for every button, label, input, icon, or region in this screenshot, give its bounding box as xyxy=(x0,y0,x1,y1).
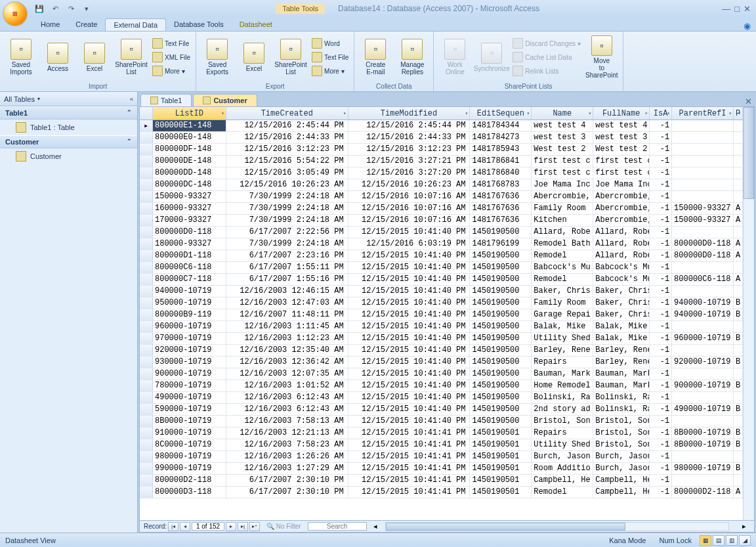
row-selector[interactable] xyxy=(140,333,153,344)
row-selector[interactable] xyxy=(140,286,153,297)
cell[interactable] xyxy=(672,262,734,273)
cell[interactable]: Bolinski, Ra xyxy=(593,392,650,403)
cell[interactable]: 1481768783 xyxy=(470,179,532,190)
cell[interactable]: -1 xyxy=(650,215,672,226)
cell[interactable]: Baker, Chris xyxy=(593,297,650,309)
cell[interactable]: 800000DD-148 xyxy=(153,167,226,179)
cell[interactable]: 12/15/2016 6:03:19 PM xyxy=(348,238,471,250)
cell[interactable]: 6/17/2007 2:30:10 PM xyxy=(226,487,348,498)
cell[interactable]: 180000-93327 xyxy=(153,238,226,250)
cell[interactable]: -1 xyxy=(650,439,672,450)
ribbon-button-move-to-sharepoint[interactable]: ▫Moveto SharePoint xyxy=(585,35,619,79)
table-row[interactable]: 900000-1071912/16/2003 12:07:35 AM12/15/… xyxy=(140,368,743,380)
table-row[interactable]: 910000-1071912/16/2003 12:21:13 AM12/15/… xyxy=(140,427,743,439)
row-selector[interactable] xyxy=(140,345,153,356)
cell[interactable]: 910000-10719 xyxy=(153,427,226,439)
table-row[interactable]: 800000E0-14812/15/2016 2:44:33 PM12/15/2… xyxy=(140,132,743,144)
cell[interactable]: 12/15/2015 10:41:40 PM xyxy=(348,262,471,273)
row-selector[interactable] xyxy=(140,309,153,320)
cell[interactable]: 12/15/2016 2:45:44 PM xyxy=(226,120,348,131)
cell[interactable]: Barley, Rene xyxy=(593,345,650,356)
nav-item-table1-table[interactable]: Table1 : Table xyxy=(0,120,137,135)
cell[interactable]: Remodel xyxy=(532,250,593,261)
cell[interactable]: B xyxy=(734,463,743,474)
cell[interactable]: 800000B9-119 xyxy=(153,309,226,320)
cell[interactable]: Bolinski, Ra xyxy=(593,404,650,415)
ribbon-button-saved-exports[interactable]: ▫SavedExports xyxy=(200,35,234,79)
cell[interactable]: 800000DE-148 xyxy=(153,156,226,167)
cell[interactable]: 1481784273 xyxy=(470,132,532,143)
column-header-name[interactable]: Name▾ xyxy=(532,107,593,120)
cell[interactable] xyxy=(734,167,743,179)
cell[interactable]: Repairs xyxy=(532,427,593,439)
cell[interactable] xyxy=(672,321,734,332)
cell[interactable]: 12/15/2015 10:41:40 PM xyxy=(348,368,471,380)
row-selector[interactable] xyxy=(140,392,153,403)
cell[interactable]: Home Remodel xyxy=(532,380,593,391)
table-row[interactable]: 800000DF-14812/15/2016 3:12:23 PM12/15/2… xyxy=(140,144,743,156)
cell[interactable]: -1 xyxy=(650,286,672,297)
cell[interactable]: 7/30/1999 2:24:18 AM xyxy=(226,203,348,214)
cell[interactable]: 920000-10719 xyxy=(672,357,734,368)
new-record-button[interactable]: ▸* xyxy=(249,522,260,531)
cell[interactable] xyxy=(672,345,734,356)
cell[interactable]: 1481767636 xyxy=(470,191,532,202)
cell[interactable]: 12/15/2015 10:41:41 PM xyxy=(348,463,471,474)
doc-tab-table1[interactable]: Table1 xyxy=(140,94,192,106)
pivotchart-view-button[interactable]: ▥ xyxy=(726,535,738,546)
ribbon-button-text-file[interactable]: Text File xyxy=(310,51,350,64)
cell[interactable]: Burch, Jason xyxy=(532,451,593,462)
column-dropdown-icon[interactable]: ▾ xyxy=(738,110,741,116)
cell[interactable] xyxy=(734,132,743,143)
cell[interactable]: 800000E1-148 xyxy=(153,120,226,131)
cell[interactable]: Allard, Robe xyxy=(593,238,650,250)
cell[interactable]: Bauman, Mark xyxy=(532,368,593,380)
cell[interactable]: 1481786841 xyxy=(470,156,532,167)
cell[interactable]: -1 xyxy=(650,404,672,415)
cell[interactable]: 960000-10719 xyxy=(153,321,226,332)
cell[interactable]: 12/15/2016 10:07:16 AM xyxy=(348,203,471,214)
cell[interactable]: 1450190501 xyxy=(470,451,532,462)
cell[interactable]: -1 xyxy=(650,357,672,368)
cell[interactable]: 12/16/2003 1:01:52 AM xyxy=(226,380,348,391)
table-row[interactable]: 160000-933277/30/1999 2:24:18 AM12/15/20… xyxy=(140,203,743,215)
cell[interactable]: 12/16/2003 12:36:42 AM xyxy=(226,357,348,368)
column-header-timecreated[interactable]: TimeCreated▾ xyxy=(226,107,348,120)
cell[interactable]: 12/15/2016 3:27:20 PM xyxy=(348,167,471,179)
cell[interactable]: Repairs xyxy=(532,357,593,368)
cell[interactable]: 800000D0-118 xyxy=(153,227,226,238)
table-row[interactable]: 590000-1071912/16/2003 6:12:43 AM12/15/2… xyxy=(140,404,743,416)
cell[interactable]: -1 xyxy=(650,475,672,486)
cell[interactable]: 8C0000-10719 xyxy=(153,439,226,450)
column-dropdown-icon[interactable]: ▾ xyxy=(221,110,224,116)
cell[interactable]: Remodel xyxy=(532,487,593,498)
cell[interactable]: Baker, Chris xyxy=(593,286,650,297)
cell[interactable]: Barley, Rene xyxy=(532,345,593,356)
cell[interactable]: 12/16/2003 7:58:23 AM xyxy=(226,439,348,450)
cell[interactable] xyxy=(734,368,743,380)
cell[interactable]: 1450190500 xyxy=(470,380,532,391)
table-row[interactable]: 940000-1071912/16/2003 12:46:15 AM12/15/… xyxy=(140,286,743,297)
cell[interactable]: B xyxy=(734,357,743,368)
cell[interactable]: 12/16/2003 1:12:23 AM xyxy=(226,333,348,344)
cell[interactable]: 980000-10719 xyxy=(153,451,226,462)
cell[interactable]: 780000-10719 xyxy=(153,380,226,391)
cell[interactable]: 12/16/2003 7:58:13 AM xyxy=(226,416,348,427)
row-selector[interactable] xyxy=(140,250,153,261)
row-selector[interactable] xyxy=(140,451,153,462)
cell[interactable]: 12/15/2015 10:41:40 PM xyxy=(348,274,471,285)
cell[interactable]: -1 xyxy=(650,227,672,238)
cell[interactable]: -1 xyxy=(650,345,672,356)
cell[interactable]: 960000-10719 xyxy=(672,333,734,344)
cell[interactable]: 12/16/2007 11:48:11 PM xyxy=(226,309,348,320)
cell[interactable]: 12/15/2015 10:41:41 PM xyxy=(348,451,471,462)
record-number-input[interactable] xyxy=(192,522,224,531)
cell[interactable]: 12/15/2016 3:05:49 PM xyxy=(226,167,348,179)
cell[interactable]: 800000C6-118 xyxy=(672,274,734,285)
cell[interactable]: 1450190500 xyxy=(470,274,532,285)
cell[interactable] xyxy=(672,392,734,403)
cell[interactable] xyxy=(672,191,734,202)
cell[interactable]: Family Room xyxy=(532,203,593,214)
cell[interactable]: -1 xyxy=(650,250,672,261)
cell[interactable]: West test 2 xyxy=(593,144,650,155)
